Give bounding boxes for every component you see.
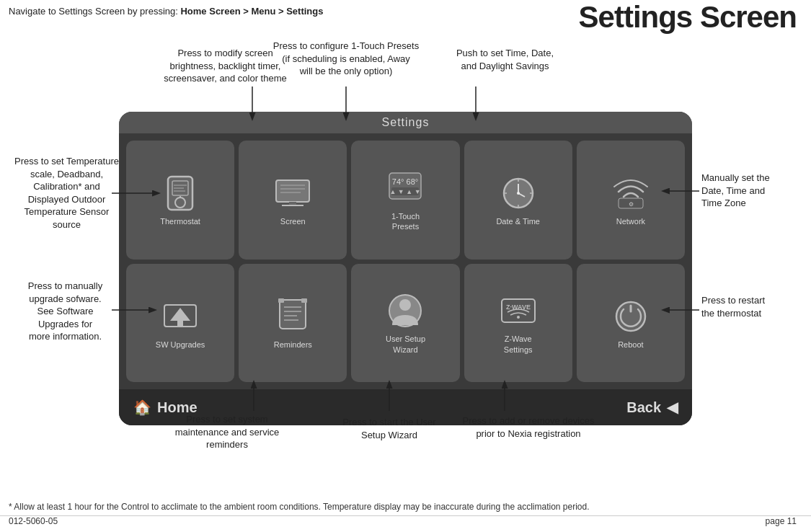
reboot-icon xyxy=(612,298,650,335)
presets-button[interactable]: 74° 68° ▲ ▼ ▲ ▼ 1-TouchPresets xyxy=(351,141,459,260)
reminders-icon xyxy=(274,298,311,335)
network-button[interactable]: ⚙ Network xyxy=(577,141,685,260)
network-icon: ⚙ xyxy=(612,174,650,212)
page-title: Settings Screen xyxy=(579,0,797,35)
nav-path: Home Screen > Menu > Settings xyxy=(180,6,323,17)
thermostat-button[interactable]: Thermostat xyxy=(126,141,234,260)
svg-rect-35 xyxy=(278,298,284,303)
zwave-button[interactable]: Z·WAVE Z-WaveSettings xyxy=(464,264,572,383)
reboot-label: Reboot xyxy=(618,340,643,350)
reboot-button[interactable]: Reboot xyxy=(577,264,685,383)
datetime-label: Date & Time xyxy=(496,216,540,226)
screen-button[interactable]: Screen xyxy=(239,141,347,260)
network-label: Network xyxy=(616,216,645,226)
zwave-label: Z-WaveSettings xyxy=(504,334,533,355)
svg-text:74° 68°: 74° 68° xyxy=(392,177,418,186)
sw-icon xyxy=(161,298,199,335)
svg-point-41 xyxy=(517,316,520,319)
svg-rect-36 xyxy=(301,298,307,303)
back-button[interactable]: Back ◀ xyxy=(626,399,678,416)
back-icon: ◀ xyxy=(667,399,678,416)
footer-pagenum: page 11 xyxy=(766,516,797,526)
screen-icon xyxy=(274,174,311,212)
footer-divider xyxy=(0,515,811,516)
wizard-label: User SetupWizard xyxy=(386,334,425,355)
home-icon: 🏠 xyxy=(133,399,151,416)
svg-point-20 xyxy=(517,192,520,195)
reminders-button[interactable]: Reminders xyxy=(239,264,347,383)
screen-header: Settings xyxy=(119,112,692,133)
thermostat-label: Thermostat xyxy=(160,216,200,226)
reminders-label: Reminders xyxy=(274,340,312,350)
svg-point-38 xyxy=(399,299,411,311)
svg-text:⚙: ⚙ xyxy=(628,201,633,208)
sw-annotation: Press to manuallyupgrade sofware.See Sof… xyxy=(13,280,118,343)
datetime-annotation: Push to set Time, Date,and Daylight Savi… xyxy=(438,47,572,72)
svg-text:▲ ▼  ▲ ▼: ▲ ▼ ▲ ▼ xyxy=(390,188,421,195)
wizard-button[interactable]: User SetupWizard xyxy=(351,264,459,383)
svg-rect-7 xyxy=(276,180,309,202)
thermostat-annotation: Press to set Temperature scale, Deadband… xyxy=(14,155,119,231)
svg-rect-30 xyxy=(280,300,306,329)
settings-screen: Settings Thermostat xyxy=(119,112,692,425)
svg-rect-0 xyxy=(168,177,192,210)
wizard-icon xyxy=(386,292,424,329)
zwave-icon: Z·WAVE xyxy=(500,292,537,329)
presets-annotation: Press to configure 1-Touch Presets(if sc… xyxy=(263,40,429,78)
wizard-annotation: Press to start the UserSetup Wizard xyxy=(324,416,454,441)
back-label: Back xyxy=(626,399,661,416)
datetime-button[interactable]: Date & Time xyxy=(464,141,572,260)
nav-prefix: Navigate to Settings Screen by pressing: xyxy=(9,6,178,17)
screen-grid: Thermostat Screen 74° 68° xyxy=(119,133,692,389)
thermostat-icon xyxy=(161,174,199,212)
presets-icon: 74° 68° ▲ ▼ ▲ ▼ xyxy=(386,169,424,207)
network-annotation: Manually set theDate, Time andTime Zone xyxy=(701,172,806,210)
footer-docnum: 012-5060-05 xyxy=(9,516,58,526)
presets-label: 1-TouchPresets xyxy=(391,211,420,232)
reboot-annotation: Press to restartthe thermostat xyxy=(701,294,806,319)
screen-label: Screen xyxy=(280,216,306,226)
svg-rect-39 xyxy=(502,299,535,322)
zwave-annotation: Press to add or remove devicesprior to N… xyxy=(453,414,604,440)
reminders-annotation: Press to set systemmaintenance and servi… xyxy=(166,413,288,451)
sw-label: SW Upgrades xyxy=(156,340,205,350)
top-navigation: Navigate to Settings Screen by pressing:… xyxy=(9,6,323,17)
datetime-icon xyxy=(500,174,537,212)
sw-button[interactable]: SW Upgrades xyxy=(126,264,234,383)
footer-note: * Allow at least 1 hour for the Control … xyxy=(9,502,802,512)
